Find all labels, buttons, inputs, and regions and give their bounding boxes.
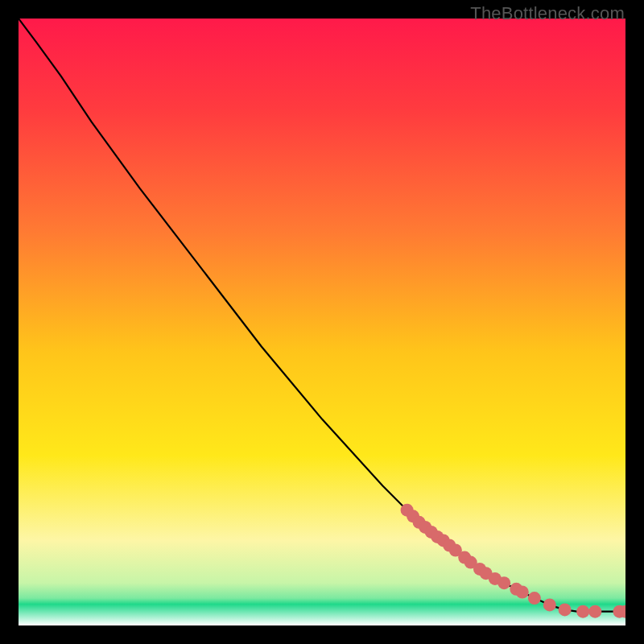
chart-background-gradient — [19, 19, 625, 625]
chart-plot-area — [19, 19, 625, 625]
watermark-text: TheBottleneck.com — [470, 3, 625, 24]
svg-rect-0 — [19, 19, 625, 625]
